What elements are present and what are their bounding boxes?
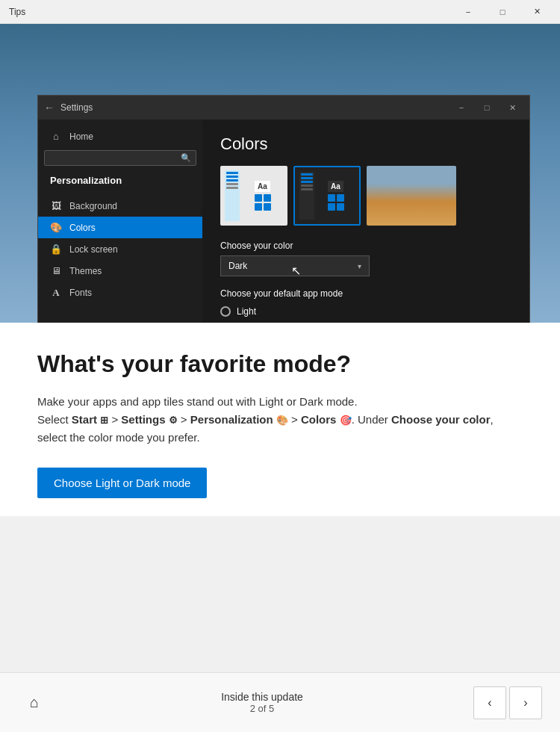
settings-label: Settings ⚙ bbox=[121, 413, 177, 426]
color-swatches: Aa bbox=[220, 166, 511, 226]
settings-main-title: Colors bbox=[220, 134, 511, 154]
minimize-button[interactable]: − bbox=[451, 0, 485, 24]
title-bar: Tips − □ ✕ bbox=[0, 0, 560, 24]
light-swatch: Aa bbox=[220, 166, 287, 226]
custom-swatch bbox=[367, 166, 456, 226]
sidebar-item-colors: 🎨 Colors bbox=[38, 217, 202, 238]
sidebar-section-label: Personalization bbox=[38, 169, 202, 189]
search-icon: 🔍 bbox=[181, 153, 191, 163]
colors-icon: 🎨 bbox=[50, 222, 62, 233]
settings-text: Settings bbox=[121, 413, 165, 426]
main-content: What's your favorite mode? Make your app… bbox=[0, 323, 560, 516]
radio-light-circle bbox=[220, 306, 231, 317]
arrow2: > bbox=[178, 413, 190, 426]
background-icon: 🖼 bbox=[50, 200, 62, 211]
settings-main: Colors bbox=[202, 120, 529, 323]
swatch-aa-label: Aa bbox=[255, 181, 270, 192]
radio-light-label: Light bbox=[237, 306, 256, 317]
colors-nav-label: Colors 🎯 bbox=[301, 413, 352, 426]
sidebar-themes-label: Themes bbox=[69, 266, 102, 276]
screenshot-area: ← Settings − □ ✕ ⌂ Home 🔍 bbox=[0, 24, 560, 323]
desc-select-pre: Select bbox=[37, 413, 72, 426]
choose-color-nav-text: Choose your color bbox=[391, 413, 491, 426]
colors-nav-icon: 🎯 bbox=[340, 415, 352, 426]
nav-title: Inside this update bbox=[221, 691, 303, 703]
desc-line1: Make your apps and app tiles stand out w… bbox=[37, 395, 358, 408]
dark-swatch: Aa bbox=[293, 166, 361, 226]
settings-body: ⌂ Home 🔍 Personalization 🖼 Background bbox=[38, 120, 529, 323]
maximize-button[interactable]: □ bbox=[485, 0, 520, 24]
settings-window-controls: − □ ✕ bbox=[450, 100, 523, 115]
sidebar-lockscreen-label: Lock screen bbox=[69, 244, 118, 255]
radio-light: Light bbox=[220, 306, 511, 317]
themes-icon: 🖥 bbox=[50, 265, 62, 276]
nav-center: Inside this update 2 of 5 bbox=[221, 691, 303, 714]
sidebar-item-themes: 🖥 Themes bbox=[38, 260, 202, 282]
lock-icon: 🔒 bbox=[50, 244, 62, 255]
choose-color-label: Choose your color bbox=[220, 241, 511, 251]
nav-buttons: ‹ › bbox=[473, 686, 542, 719]
settings-window: ← Settings − □ ✕ ⌂ Home 🔍 bbox=[37, 95, 530, 323]
page-description: Make your apps and app tiles stand out w… bbox=[37, 393, 523, 447]
palette-icon: 🎨 bbox=[276, 415, 288, 426]
chevron-down-icon: ▾ bbox=[358, 262, 361, 270]
window-title: Tips bbox=[9, 7, 25, 17]
sidebar-colors-label: Colors bbox=[69, 223, 96, 233]
fonts-icon: A bbox=[50, 287, 62, 299]
app-mode-label: Choose your default app mode bbox=[220, 288, 511, 299]
sidebar-items: 🖼 Background 🎨 Colors 🔒 Lock screen 🖥 Th… bbox=[38, 195, 202, 304]
sidebar-search: 🔍 bbox=[44, 150, 196, 166]
arrow1: > bbox=[108, 413, 121, 426]
colors-nav-text: Colors bbox=[301, 413, 337, 426]
close-button[interactable]: ✕ bbox=[520, 0, 554, 24]
settings-back-icon: ← bbox=[44, 102, 55, 114]
settings-close-btn: ✕ bbox=[501, 100, 523, 115]
start-text: Start bbox=[72, 413, 97, 426]
windows-icon: ⊞ bbox=[100, 415, 108, 426]
swatch-aa-dark-label: Aa bbox=[328, 181, 343, 192]
desc-line3-pre: . Under bbox=[352, 413, 391, 426]
personalization-label: Personalization 🎨 bbox=[190, 413, 288, 426]
sidebar-item-lock-screen: 🔒 Lock screen bbox=[38, 238, 202, 260]
color-dropdown: Dark ▾ bbox=[220, 255, 370, 276]
sidebar-background-label: Background bbox=[69, 201, 117, 211]
dropdown-value: Dark bbox=[228, 261, 247, 271]
home-icon: ⌂ bbox=[50, 131, 62, 142]
home-button[interactable]: ⌂ bbox=[18, 686, 51, 719]
gear-icon: ⚙ bbox=[169, 415, 178, 426]
nav-page: 2 of 5 bbox=[221, 703, 303, 714]
personalization-text: Personalization bbox=[190, 413, 273, 426]
sidebar-search-input bbox=[49, 154, 181, 163]
choose-your-color-nav: Choose your color bbox=[391, 413, 491, 426]
start-label: Start ⊞ bbox=[72, 413, 108, 426]
settings-title: Settings bbox=[60, 102, 93, 113]
sidebar-fonts-label: Fonts bbox=[69, 288, 92, 298]
page-headline: What's your favorite mode? bbox=[37, 350, 523, 378]
sidebar-item-background: 🖼 Background bbox=[38, 195, 202, 217]
prev-button[interactable]: ‹ bbox=[473, 686, 506, 719]
window-controls: − □ ✕ bbox=[451, 0, 554, 24]
sidebar-item-fonts: A Fonts bbox=[38, 282, 202, 304]
next-button[interactable]: › bbox=[509, 686, 542, 719]
settings-min-btn: − bbox=[450, 100, 473, 115]
bottom-nav: ⌂ Inside this update 2 of 5 ‹ › bbox=[0, 672, 560, 732]
sidebar-home-label: Home bbox=[69, 131, 93, 142]
sidebar-item-home: ⌂ Home bbox=[38, 125, 202, 147]
cta-button[interactable]: Choose Light or Dark mode bbox=[37, 468, 207, 498]
settings-max-btn: □ bbox=[476, 100, 498, 115]
settings-sidebar: ⌂ Home 🔍 Personalization 🖼 Background bbox=[38, 120, 202, 323]
settings-titlebar: ← Settings − □ ✕ bbox=[38, 96, 529, 120]
arrow3: > bbox=[288, 413, 301, 426]
